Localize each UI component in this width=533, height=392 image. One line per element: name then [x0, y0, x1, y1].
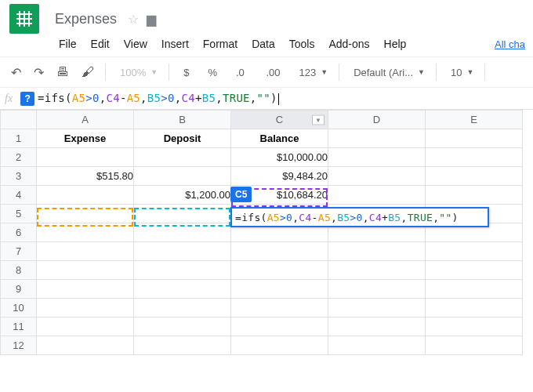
col-header-b[interactable]: B — [134, 111, 231, 129]
col-header-d[interactable]: D — [328, 111, 426, 129]
redo-button[interactable]: ↷ — [29, 62, 49, 83]
row-header[interactable]: 2 — [1, 148, 37, 167]
font-size-dropdown[interactable]: 10▼ — [443, 64, 478, 82]
cell[interactable] — [426, 261, 523, 280]
cell[interactable] — [231, 261, 328, 280]
cell[interactable] — [328, 280, 426, 299]
col-header-a[interactable]: A — [37, 111, 134, 129]
cell[interactable] — [37, 186, 134, 205]
cell[interactable] — [37, 205, 134, 223]
row-header[interactable]: 3 — [1, 167, 37, 186]
cell[interactable] — [37, 242, 134, 261]
row-header[interactable]: 1 — [1, 129, 37, 148]
menu-view[interactable]: View — [117, 34, 154, 53]
menu-insert[interactable]: Insert — [154, 34, 196, 53]
cell[interactable] — [426, 280, 523, 299]
cell[interactable] — [134, 280, 231, 299]
document-title[interactable]: Expenses — [52, 9, 120, 29]
row-header[interactable]: 4 — [1, 186, 37, 205]
cell[interactable] — [231, 336, 328, 355]
cell[interactable] — [426, 186, 523, 205]
cell[interactable] — [37, 318, 134, 336]
cell[interactable] — [426, 318, 523, 336]
col-header-e[interactable]: E — [426, 111, 523, 129]
decrease-decimal-button[interactable]: .0 — [228, 64, 255, 82]
cell[interactable] — [426, 299, 523, 318]
cell[interactable] — [426, 336, 523, 355]
undo-button[interactable]: ↶ — [6, 62, 26, 83]
font-dropdown[interactable]: Default (Ari...▼ — [346, 64, 430, 82]
row-header[interactable]: 10 — [1, 299, 37, 318]
cell[interactable] — [328, 336, 426, 355]
cell[interactable] — [426, 129, 523, 148]
select-all-corner[interactable] — [1, 111, 37, 129]
cell[interactable] — [37, 148, 134, 167]
menu-data[interactable]: Data — [245, 34, 282, 53]
cell[interactable] — [328, 148, 426, 167]
formula-input[interactable]: =ifs(A5>0,C4-A5,B5>0,C4+B5,TRUE,"") — [38, 92, 279, 105]
cell[interactable] — [134, 167, 231, 186]
cell[interactable] — [134, 223, 231, 242]
col-header-c[interactable]: C▼ — [231, 111, 328, 129]
last-edit-link[interactable]: All cha — [495, 38, 528, 50]
cell[interactable] — [134, 242, 231, 261]
menu-tools[interactable]: Tools — [282, 34, 322, 53]
increase-decimal-button[interactable]: .00 — [258, 64, 288, 82]
column-menu-icon[interactable]: ▼ — [312, 114, 325, 125]
sheets-app-icon[interactable] — [9, 4, 39, 34]
cell[interactable]: Expense — [37, 129, 134, 148]
cell[interactable] — [231, 299, 328, 318]
menu-file[interactable]: File — [52, 34, 84, 53]
menu-addons[interactable]: Add-ons — [321, 34, 376, 53]
cell[interactable] — [37, 280, 134, 299]
paint-format-button[interactable]: 🖌 — [77, 62, 99, 82]
formula-help-icon[interactable]: ? — [20, 92, 34, 106]
cell[interactable] — [231, 242, 328, 261]
cell[interactable] — [328, 299, 426, 318]
cell[interactable] — [231, 318, 328, 336]
format-currency-button[interactable]: $ — [176, 64, 197, 82]
cell[interactable] — [328, 318, 426, 336]
cell[interactable]: $515.80 — [37, 167, 134, 186]
cell[interactable]: $1,200.00 — [134, 186, 231, 205]
row-header[interactable]: 8 — [1, 261, 37, 280]
row-header[interactable]: 5 — [1, 205, 37, 223]
cell[interactable] — [37, 223, 134, 242]
row-header[interactable]: 6 — [1, 223, 37, 242]
menu-format[interactable]: Format — [196, 34, 245, 53]
spreadsheet-grid[interactable]: A B C▼ D E 1 Expense Deposit Balance 2 $… — [0, 110, 533, 355]
zoom-dropdown[interactable]: 100%▼ — [112, 64, 162, 82]
print-button[interactable]: 🖶 — [52, 62, 74, 82]
cell[interactable] — [328, 167, 426, 186]
cell[interactable] — [328, 186, 426, 205]
cell[interactable] — [37, 336, 134, 355]
cell[interactable]: $9,484.20 — [231, 167, 328, 186]
cell[interactable]: Deposit — [134, 129, 231, 148]
cell[interactable] — [426, 148, 523, 167]
menu-help[interactable]: Help — [377, 34, 414, 53]
cell[interactable] — [134, 205, 231, 223]
menu-edit[interactable]: Edit — [84, 34, 117, 53]
number-format-dropdown[interactable]: 123▼ — [292, 64, 333, 82]
cell[interactable] — [231, 280, 328, 299]
folder-icon[interactable]: ▆ — [147, 12, 156, 27]
cell[interactable] — [134, 336, 231, 355]
row-header[interactable]: 7 — [1, 242, 37, 261]
star-icon[interactable]: ☆ — [128, 12, 139, 27]
cell[interactable] — [328, 129, 426, 148]
cell[interactable] — [426, 167, 523, 186]
format-percent-button[interactable]: % — [200, 64, 225, 82]
cell[interactable] — [37, 261, 134, 280]
row-header[interactable]: 11 — [1, 318, 37, 336]
cell[interactable] — [426, 242, 523, 261]
cell[interactable] — [134, 299, 231, 318]
row-header[interactable]: 12 — [1, 336, 37, 355]
cell[interactable] — [134, 318, 231, 336]
row-header[interactable]: 9 — [1, 280, 37, 299]
cell[interactable] — [328, 261, 426, 280]
cell-editor[interactable]: =ifs(A5>0,C4-A5,B5>0,C4+B5,TRUE,"") — [230, 207, 489, 227]
formula-bar[interactable]: fx ? =ifs(A5>0,C4-A5,B5>0,C4+B5,TRUE,"") — [0, 88, 533, 110]
cell[interactable] — [328, 242, 426, 261]
cell[interactable] — [37, 299, 134, 318]
cell[interactable] — [134, 148, 231, 167]
